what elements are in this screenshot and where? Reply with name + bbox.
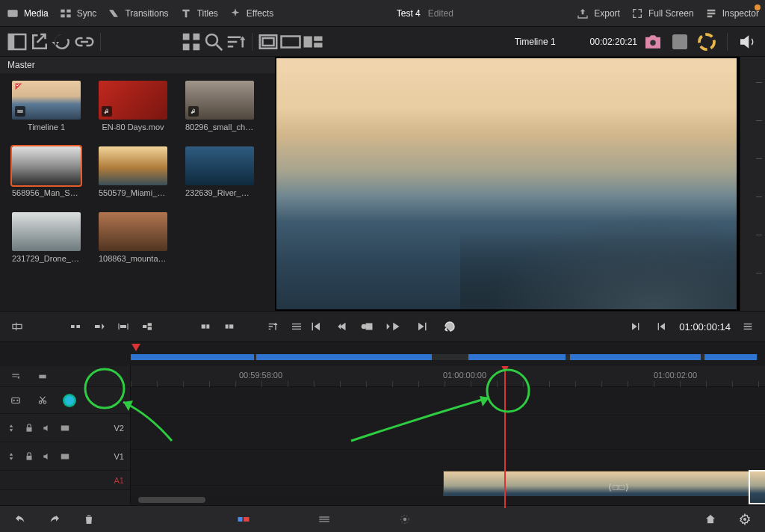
menu-effects[interactable]: Effects xyxy=(229,7,273,19)
media-clip[interactable]: 550579_Miami_Cit... xyxy=(99,146,167,197)
next-clip-button[interactable] xyxy=(625,318,645,335)
trim-tool-button[interactable] xyxy=(33,368,52,386)
delete-button[interactable] xyxy=(79,510,99,528)
home-button[interactable] xyxy=(701,510,720,528)
thumbnail-view-button[interactable] xyxy=(302,31,324,52)
clip-handle-icon[interactable]: ⟨□□⟩ xyxy=(608,482,630,492)
menu-media[interactable]: Media xyxy=(6,7,49,19)
loop-button[interactable] xyxy=(440,318,459,335)
video-track-icon[interactable] xyxy=(60,423,70,433)
timeline-playhead[interactable] xyxy=(504,366,506,508)
safe-area-button[interactable] xyxy=(257,31,279,52)
aspect-button[interactable] xyxy=(279,31,302,52)
speaker-icon[interactable] xyxy=(737,31,759,52)
svg-rect-45 xyxy=(61,425,69,430)
settings-button[interactable] xyxy=(735,510,755,528)
timeline-overview[interactable] xyxy=(0,342,765,366)
video-track-icon[interactable] xyxy=(60,451,70,462)
tool-arrow-button[interactable] xyxy=(66,318,85,335)
clip-name-label: 108863_mountain... xyxy=(99,254,167,263)
goto-start-button[interactable] xyxy=(306,318,325,335)
clip-thumbnail[interactable] xyxy=(185,146,254,185)
trim-end-button[interactable] xyxy=(220,318,239,335)
menu-export[interactable]: Export xyxy=(576,7,620,19)
speaker-icon[interactable] xyxy=(42,451,52,462)
camera-icon[interactable] xyxy=(642,31,664,52)
menu-fullscreen[interactable]: Full Screen xyxy=(631,7,694,19)
lock-icon[interactable] xyxy=(24,423,34,433)
svg-rect-27 xyxy=(95,325,100,328)
blade-tool-button[interactable] xyxy=(6,392,25,409)
overview-playhead[interactable] xyxy=(131,344,140,351)
menu-sync[interactable]: Sync xyxy=(59,7,97,19)
tool-overwrite-button[interactable] xyxy=(137,318,157,335)
trim-start-button[interactable] xyxy=(196,318,215,335)
color-wheel-icon[interactable] xyxy=(696,31,718,52)
clip-thumbnail[interactable] xyxy=(99,81,167,120)
expand-icon[interactable] xyxy=(6,451,16,462)
layout-toggle-button[interactable] xyxy=(6,31,28,52)
overview-segment[interactable] xyxy=(131,354,254,360)
play-button[interactable] xyxy=(386,318,406,335)
overview-segment[interactable] xyxy=(468,354,566,360)
clip-thumbnail[interactable] xyxy=(99,146,167,185)
timeline-menu-button[interactable] xyxy=(738,318,758,335)
undo-button[interactable] xyxy=(10,510,30,528)
time-ruler[interactable]: 00:59:58:0001:00:00:0001:00:02:00 xyxy=(131,366,765,387)
media-clip[interactable]: 108863_mountain... xyxy=(99,212,167,263)
marker-tool-icon[interactable] xyxy=(669,31,691,52)
clip-thumbnail[interactable] xyxy=(99,212,167,251)
sort-tool-button[interactable] xyxy=(263,318,282,335)
refresh-button[interactable] xyxy=(51,31,73,52)
media-pool-header[interactable]: Master xyxy=(0,57,275,73)
media-clip[interactable]: Timeline 1 xyxy=(12,81,81,132)
media-clip[interactable]: 80296_small_chur... xyxy=(185,81,254,132)
track-header-a1[interactable]: A1 xyxy=(0,471,130,490)
page-edit-icon[interactable] xyxy=(314,512,335,527)
step-back-button[interactable] xyxy=(332,318,352,335)
media-clip[interactable]: 231729_Drone_Dr... xyxy=(12,212,81,263)
step-forward-button[interactable] xyxy=(413,318,433,335)
redo-button[interactable] xyxy=(45,510,64,528)
speaker-icon[interactable] xyxy=(42,423,52,433)
media-clip[interactable]: 568956_Man_Sko... xyxy=(12,146,81,197)
clip-thumbnail[interactable] xyxy=(12,212,81,251)
search-button[interactable] xyxy=(202,31,225,52)
overview-segment[interactable] xyxy=(570,354,701,360)
timeline-timecode[interactable]: 00:02:20:21 xyxy=(590,37,637,47)
insert-clip-button[interactable] xyxy=(7,318,27,335)
clip-thumbnail[interactable] xyxy=(185,81,254,120)
options-button[interactable] xyxy=(287,318,306,335)
overview-segment[interactable] xyxy=(704,354,757,360)
prev-clip-button[interactable] xyxy=(652,318,672,335)
track-header-v2[interactable]: V2 xyxy=(0,414,130,442)
transport-timecode[interactable]: 01:00:00:14 xyxy=(679,321,731,332)
tool-ripple-button[interactable] xyxy=(114,318,133,335)
page-cut-icon[interactable] xyxy=(233,512,254,527)
menu-titles[interactable]: Titles xyxy=(179,7,218,19)
razor-button[interactable] xyxy=(33,392,52,409)
tool-append-button[interactable] xyxy=(90,318,109,335)
viewer-image[interactable] xyxy=(276,58,737,309)
clip-thumbnail[interactable] xyxy=(12,81,81,120)
sort-button[interactable] xyxy=(225,31,247,52)
media-clip[interactable]: 232639_River_Wat... xyxy=(185,146,254,197)
grid-view-button[interactable] xyxy=(180,31,202,52)
selection-tool-button[interactable] xyxy=(6,368,25,386)
scrollbar-thumb[interactable] xyxy=(138,497,205,503)
overview-segment[interactable] xyxy=(256,354,432,360)
media-clip[interactable]: EN-80 Days.mov xyxy=(99,81,167,132)
import-button[interactable] xyxy=(28,31,51,52)
expand-icon[interactable] xyxy=(6,423,16,433)
snapping-button[interactable] xyxy=(60,392,79,409)
lock-icon[interactable] xyxy=(24,451,34,462)
track-header-v1[interactable]: V1 xyxy=(0,442,130,471)
menu-inspector[interactable]: Inspector xyxy=(704,7,759,19)
timeline-scrollbar[interactable] xyxy=(131,496,765,504)
stop-button[interactable] xyxy=(359,318,379,335)
timeline-body[interactable]: 00:59:58:0001:00:00:0001:00:02:00 ⟨□□⟩ xyxy=(131,366,765,508)
page-fusion-icon[interactable] xyxy=(394,512,415,527)
clip-thumbnail[interactable] xyxy=(12,146,81,185)
menu-transitions[interactable]: Transitions xyxy=(107,7,168,19)
link-button[interactable] xyxy=(73,31,96,52)
